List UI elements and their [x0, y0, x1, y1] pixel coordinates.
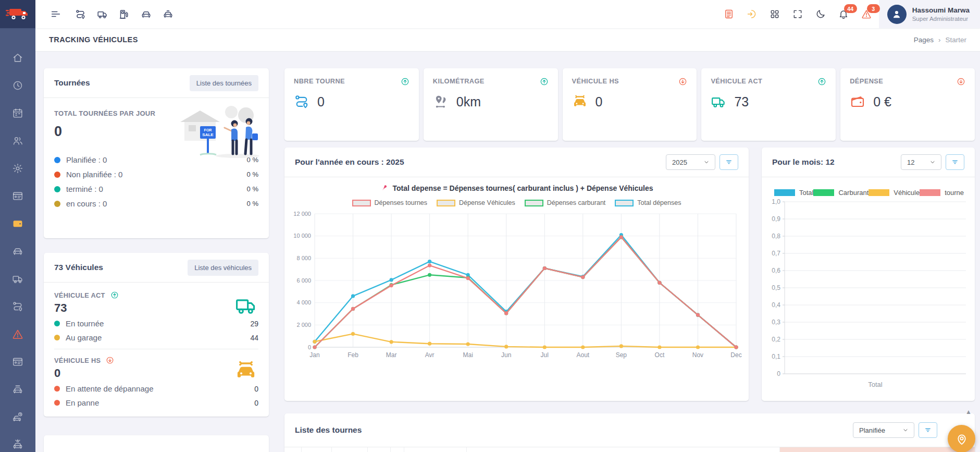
- login-button[interactable]: [747, 9, 757, 19]
- breadcrumb: Pages › Starter: [914, 36, 966, 44]
- month-expenses-bar-chart: 00,10,20,30,40,50,60,70,80,91,0Total: [766, 198, 971, 392]
- fullscreen-button[interactable]: [792, 9, 803, 19]
- chart-note-text: Total depense = Dépenses tournes( carbur…: [392, 184, 653, 192]
- kpi-value: 0: [596, 94, 603, 109]
- status-select[interactable]: Planifiée: [853, 422, 914, 438]
- sidebar-item-clock[interactable]: [0, 71, 35, 99]
- bell-button[interactable]: 44: [838, 9, 849, 19]
- legend-label: Total: [799, 189, 813, 197]
- kpi-card-1: KILOMÉTRAGE0km: [424, 68, 558, 141]
- map-fab-button[interactable]: [948, 425, 975, 452]
- apps-button[interactable]: [770, 9, 780, 19]
- tournees-card-title: Tournées: [54, 78, 90, 88]
- legend-item[interactable]: Total dépenses: [615, 199, 681, 206]
- legend-percent: 0 %: [247, 170, 258, 178]
- sidebar-item-calendar[interactable]: [0, 99, 35, 127]
- legend-label: Total dépenses: [637, 199, 681, 206]
- svg-text:Jul: Jul: [541, 351, 549, 359]
- user-menu[interactable]: Hassoumi Marwa Super Administrateur: [879, 0, 980, 28]
- truck-icon: [711, 94, 726, 109]
- sidebar-item-route[interactable]: [0, 292, 35, 320]
- svg-text:0,4: 0,4: [772, 301, 780, 309]
- svg-text:Mar: Mar: [386, 351, 397, 359]
- navbar-tools: 443: [724, 9, 872, 19]
- legend-item[interactable]: Carburant: [813, 189, 869, 197]
- list-vehicles-button[interactable]: Liste des véhicules: [188, 260, 258, 276]
- status-count: 0: [254, 385, 258, 393]
- year-select[interactable]: 2025: [666, 154, 715, 170]
- status-label: En tournée: [66, 319, 104, 328]
- kpi-row: NBRE TOURNE0KILOMÉTRAGE0kmVÉHICULE HS0VÉ…: [284, 68, 975, 141]
- status-count: 44: [250, 334, 258, 342]
- legend-item[interactable]: tourne: [920, 189, 964, 197]
- sidebar-item-home[interactable]: [0, 44, 35, 71]
- page-title: TRACKING VÉHICULES: [49, 35, 138, 44]
- sidebar-item-car-siren[interactable]: [0, 431, 35, 452]
- sidebar-menu: [0, 28, 35, 452]
- legend-label: Non planifiée : 0: [66, 170, 122, 179]
- month-select[interactable]: 12: [901, 154, 941, 170]
- vehicles-section-1: VÉHICULE HS0En attente de dépannage0En p…: [54, 356, 258, 407]
- fuel-icon[interactable]: [119, 9, 130, 20]
- month-chart-title: Pour le mois: 12: [772, 157, 835, 167]
- legend-item[interactable]: Total: [774, 189, 813, 197]
- user-name: Hassoumi Marwa: [912, 6, 970, 14]
- month-chart-card: Pour le mois: 12 12 TotalCarburantVéhicu…: [762, 148, 975, 401]
- svg-text:0,5: 0,5: [772, 284, 780, 291]
- sidebar-item-alert-triangle[interactable]: [0, 320, 35, 348]
- kpi-card-3: VÉHICULE ACT73: [701, 68, 836, 141]
- taxi-icon[interactable]: [163, 9, 173, 20]
- legend-swatch: [774, 189, 795, 196]
- sidebar-item-car[interactable]: [0, 237, 35, 265]
- legend-item[interactable]: Dépenses carburant: [525, 199, 606, 206]
- breadcrumb-parent[interactable]: Pages: [914, 36, 934, 44]
- kpi-card-4: DÉPENSE0 €: [840, 68, 975, 141]
- sidebar-item-id-card[interactable]: [0, 348, 35, 375]
- legend-item[interactable]: Véhicule: [869, 189, 920, 197]
- sidebar-item-car-luggage[interactable]: [0, 375, 35, 403]
- hamburger-menu-button[interactable]: [50, 8, 61, 20]
- legend-label: terminé : 0: [66, 185, 103, 193]
- status-select-value: Planifiée: [859, 426, 885, 434]
- status-dot: [54, 400, 60, 406]
- svg-text:Avr: Avr: [425, 351, 435, 359]
- legend-item[interactable]: Dépense Véhicules: [437, 199, 515, 206]
- sidebar-item-gear[interactable]: [0, 154, 35, 182]
- legend-swatch: [525, 200, 543, 206]
- divider: [54, 349, 258, 349]
- app-logo[interactable]: [0, 0, 35, 28]
- sidebar-item-car-clock[interactable]: [0, 403, 35, 431]
- chevron-down-icon: [929, 158, 936, 166]
- legend-label: Dépense Véhicules: [459, 199, 515, 206]
- moon-button[interactable]: [815, 9, 826, 19]
- kpi-label: DÉPENSE: [850, 77, 883, 85]
- year-filter-button[interactable]: [720, 154, 738, 170]
- invoice-button[interactable]: [724, 9, 734, 19]
- month-filter-button[interactable]: [946, 154, 964, 170]
- year-chart-title: Pour l'année en cours : 2025: [295, 157, 404, 167]
- sidebar-item-id-card[interactable]: [0, 182, 35, 210]
- car-icon[interactable]: [141, 9, 152, 20]
- scroll-top-arrow[interactable]: ▲: [965, 408, 972, 416]
- route-icon[interactable]: [75, 9, 86, 20]
- vehicles-section-0: VÉHICULE ACT73En tournée29Au garage44: [54, 291, 258, 342]
- truck-icon[interactable]: [97, 9, 108, 20]
- legend-label: Dépenses tournes: [375, 199, 427, 206]
- svg-text:Aout: Aout: [576, 351, 589, 359]
- chart-note: Total depense = Dépenses tournes( carbur…: [284, 184, 749, 192]
- list-tournees-button[interactable]: Liste des tournées: [190, 75, 258, 91]
- map-pins-icon: [433, 94, 449, 109]
- svg-text:FOR: FOR: [204, 128, 212, 132]
- sidebar-item-users[interactable]: [0, 127, 35, 154]
- colis-card: Colis Liste des tournées: [44, 435, 269, 452]
- tournes-filter-button[interactable]: [919, 422, 937, 438]
- legend-item[interactable]: Dépenses tournes: [352, 199, 427, 206]
- alert-triangle-button[interactable]: 3: [861, 9, 872, 19]
- year-chart-card: Pour l'année en cours : 2025 2025: [284, 148, 749, 401]
- status-label: En panne: [66, 398, 99, 407]
- sidebar-item-truck[interactable]: [0, 265, 35, 292]
- sidebar-item-wallet[interactable]: [0, 210, 35, 237]
- trend-down-icon: [678, 77, 687, 86]
- chevron-down-icon: [902, 426, 909, 434]
- tournes-list-title: Liste des tournes: [295, 425, 362, 435]
